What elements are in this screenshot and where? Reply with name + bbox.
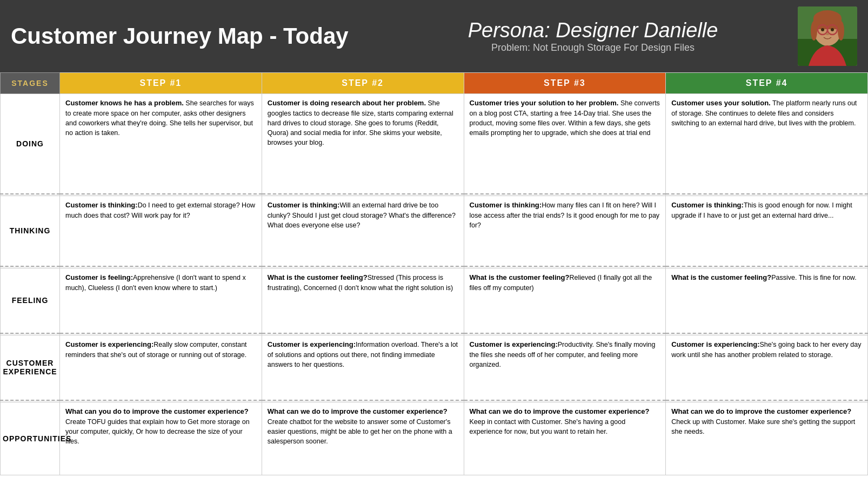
step3-header: STEP #3 bbox=[464, 73, 666, 94]
stage-label-4: OPPORTUNITIES bbox=[1, 402, 60, 475]
cell-title-r0-c2: Customer tries your solution to her prob… bbox=[470, 99, 619, 107]
cell-title-r3-c2: Customer is experiencing: bbox=[470, 340, 558, 348]
cell-r0-c3: Customer uses your solution. The platfor… bbox=[666, 94, 868, 194]
row-customer-experience: CUSTOMER EXPERIENCECustomer is experienc… bbox=[1, 335, 868, 400]
stages-header: STAGES bbox=[1, 73, 60, 94]
journey-map-table: STAGES STEP #1 STEP #2 STEP #3 STEP #4 D… bbox=[0, 72, 868, 475]
cell-r0-c1: Customer is doing research about her pro… bbox=[262, 94, 464, 194]
cell-title-r0-c3: Customer uses your solution. bbox=[671, 99, 770, 107]
cell-title-r3-c0: Customer is experiencing: bbox=[65, 340, 153, 348]
cell-r4-c0: What can you do to improve the customer … bbox=[60, 402, 262, 475]
stage-label-1: THINKING bbox=[1, 196, 60, 266]
cell-r2-c2: What is the customer feeling?Relieved (I… bbox=[464, 268, 666, 333]
header-center: Persona: Designer Danielle Problem: Not … bbox=[399, 19, 787, 53]
step4-header: STEP #4 bbox=[666, 73, 868, 94]
cell-r3-c0: Customer is experiencing:Really slow com… bbox=[60, 335, 262, 400]
cell-r1-c3: Customer is thinking:This is good enough… bbox=[666, 196, 868, 266]
cell-r3-c1: Customer is experiencing:Information ove… bbox=[262, 335, 464, 400]
problem-subtitle: Problem: Not Enough Storage For Design F… bbox=[399, 42, 787, 53]
cell-body-r4-c2: Keep in contact with Customer. She's hav… bbox=[470, 418, 626, 435]
svg-point-12 bbox=[826, 33, 829, 35]
cell-title-r2-c2: What is the customer feeling? bbox=[470, 273, 570, 281]
row-opportunities: OPPORTUNITIESWhat can you do to improve … bbox=[1, 402, 868, 475]
cell-r2-c0: Customer is feeling:Apprehensive (I don'… bbox=[60, 268, 262, 333]
cell-body-r2-c3: Passive. This is fine for now. bbox=[771, 274, 856, 281]
svg-point-10 bbox=[821, 28, 824, 31]
cell-r0-c2: Customer tries your solution to her prob… bbox=[464, 94, 666, 194]
cell-r1-c0: Customer is thinking:Do I need to get ex… bbox=[60, 196, 262, 266]
cell-title-r4-c0: What can you do to improve the customer … bbox=[65, 407, 249, 415]
row-feeling: FEELINGCustomer is feeling:Apprehensive … bbox=[1, 268, 868, 333]
cell-title-r2-c1: What is the customer feeling? bbox=[268, 273, 368, 281]
cell-body-r4-c1: Create chatbot for the website to answer… bbox=[268, 418, 452, 445]
cell-title-r4-c1: What can we do to improve the customer e… bbox=[268, 407, 448, 415]
stage-label-2: FEELING bbox=[1, 268, 60, 333]
cell-r3-c2: Customer is experiencing:Productivity. S… bbox=[464, 335, 666, 400]
cell-r4-c2: What can we do to improve the customer e… bbox=[464, 402, 666, 475]
cell-title-r1-c1: Customer is thinking: bbox=[268, 201, 340, 209]
cell-title-r3-c1: Customer is experiencing: bbox=[268, 340, 356, 348]
row-doing: DOINGCustomer knows he has a problem. Sh… bbox=[1, 94, 868, 194]
cell-title-r4-c2: What can we do to improve the customer e… bbox=[470, 407, 650, 415]
svg-point-11 bbox=[831, 28, 834, 31]
cell-r2-c1: What is the customer feeling?Stressed (T… bbox=[262, 268, 464, 333]
step1-header: STEP #1 bbox=[60, 73, 262, 94]
step2-header: STEP #2 bbox=[262, 73, 464, 94]
page-title: Customer Journey Map - Today bbox=[11, 24, 399, 49]
header-left: Customer Journey Map - Today bbox=[11, 24, 399, 49]
cell-r0-c0: Customer knows he has a problem. She sea… bbox=[60, 94, 262, 194]
row-thinking: THINKINGCustomer is thinking:Do I need t… bbox=[1, 196, 868, 266]
cell-title-r0-c0: Customer knows he has a problem. bbox=[65, 99, 184, 107]
cell-r2-c3: What is the customer feeling?Passive. Th… bbox=[666, 268, 868, 333]
cell-title-r2-c0: Customer is feeling: bbox=[65, 273, 133, 281]
avatar bbox=[798, 6, 857, 66]
cell-r1-c2: Customer is thinking:How many files can … bbox=[464, 196, 666, 266]
cell-title-r4-c3: What can we do to improve the customer e… bbox=[671, 407, 851, 415]
cell-title-r2-c3: What is the customer feeling? bbox=[671, 273, 771, 281]
stage-label-3: CUSTOMER EXPERIENCE bbox=[1, 335, 60, 400]
header: Customer Journey Map - Today Persona: De… bbox=[0, 0, 868, 72]
cell-r3-c3: Customer is experiencing:She's going bac… bbox=[666, 335, 868, 400]
cell-body-r4-c0: Create TOFU guides that explain how to G… bbox=[65, 418, 250, 445]
cell-r4-c3: What can we do to improve the customer e… bbox=[666, 402, 868, 475]
cell-title-r1-c3: Customer is thinking: bbox=[671, 201, 744, 209]
steps-header-row: STAGES STEP #1 STEP #2 STEP #3 STEP #4 bbox=[1, 73, 868, 94]
cell-title-r3-c3: Customer is experiencing: bbox=[671, 340, 759, 348]
persona-title: Persona: Designer Danielle bbox=[399, 19, 787, 42]
cell-title-r0-c1: Customer is doing research about her pro… bbox=[268, 99, 426, 107]
svg-point-14 bbox=[838, 21, 844, 41]
cell-title-r1-c0: Customer is thinking: bbox=[65, 201, 138, 209]
cell-r1-c1: Customer is thinking:Will an external ha… bbox=[262, 196, 464, 266]
svg-point-13 bbox=[811, 21, 817, 41]
cell-r4-c1: What can we do to improve the customer e… bbox=[262, 402, 464, 475]
cell-body-r4-c3: Check up with Customer. Make sure she's … bbox=[671, 418, 855, 435]
stage-label-0: DOING bbox=[1, 94, 60, 194]
cell-title-r1-c2: Customer is thinking: bbox=[470, 201, 542, 209]
